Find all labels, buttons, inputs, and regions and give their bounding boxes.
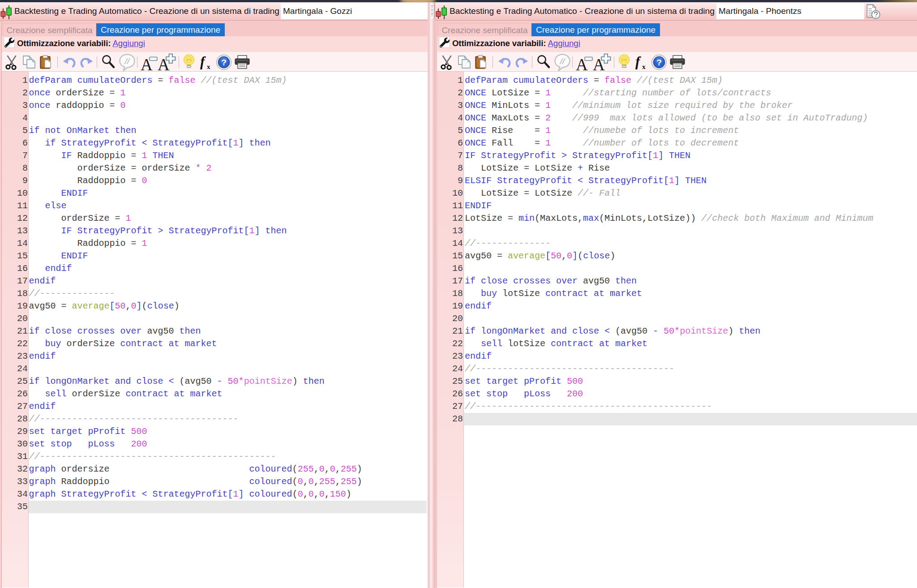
svg-text://: // xyxy=(560,56,566,66)
svg-text:x: x xyxy=(207,63,210,70)
svg-text:f: f xyxy=(635,54,641,69)
svg-text://: // xyxy=(124,56,130,66)
svg-text:f: f xyxy=(200,54,206,69)
svg-text:?: ? xyxy=(656,58,662,67)
svg-text:x: x xyxy=(642,63,646,70)
svg-text:?: ? xyxy=(221,58,227,67)
